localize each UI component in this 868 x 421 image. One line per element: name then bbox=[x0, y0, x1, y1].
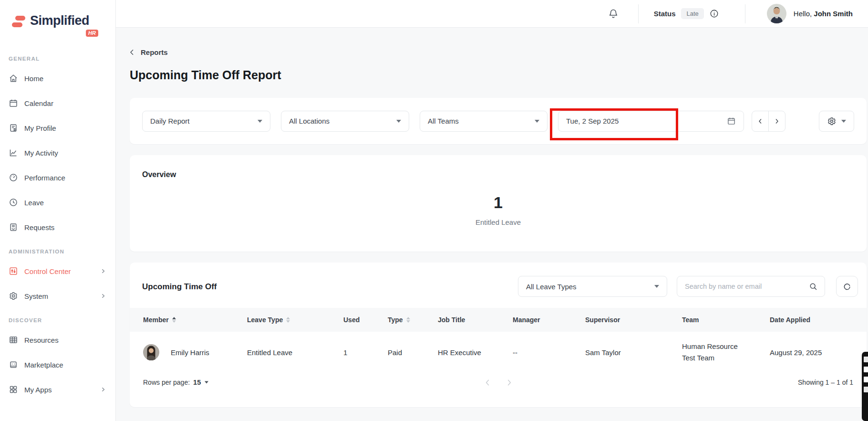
date-applied-cell: August 29, 2025 bbox=[770, 332, 822, 373]
toolbar-icon[interactable] bbox=[864, 357, 868, 362]
apps-grid-icon bbox=[9, 385, 18, 394]
app-root: Simplified HR GENERAL Home Calendar My P… bbox=[0, 0, 868, 421]
info-icon[interactable] bbox=[710, 9, 719, 18]
sidebar-item-label: Marketplace bbox=[24, 361, 63, 369]
gear-icon bbox=[9, 291, 18, 301]
header-divider bbox=[745, 4, 745, 23]
section-label-administration: ADMINISTRATION bbox=[0, 246, 115, 257]
breadcrumb[interactable]: Reports bbox=[128, 48, 168, 56]
leave-type-select[interactable]: All Leave Types bbox=[518, 276, 667, 297]
next-day-button[interactable] bbox=[769, 111, 785, 131]
user-avatar bbox=[767, 4, 786, 23]
toolbar-icon[interactable] bbox=[864, 377, 868, 382]
sidebar-item-calendar[interactable]: Calendar bbox=[0, 91, 115, 116]
status-label: Status bbox=[654, 10, 676, 18]
chevron-right-icon bbox=[99, 292, 107, 300]
chevron-right-icon bbox=[99, 386, 107, 393]
previous-day-button[interactable] bbox=[752, 111, 769, 131]
previous-page-button[interactable] bbox=[483, 378, 492, 387]
gauge-icon bbox=[9, 173, 18, 182]
leave-type-cell: Entitled Leave bbox=[247, 332, 292, 373]
sidebar-item-label: My Apps bbox=[24, 386, 52, 394]
sidebar-item-resources[interactable]: Resources bbox=[0, 327, 115, 352]
sidebar-item-my-profile[interactable]: My Profile bbox=[0, 116, 115, 140]
status-badge: Late bbox=[681, 8, 703, 19]
sidebar-item-my-activity[interactable]: My Activity bbox=[0, 140, 115, 165]
column-header-leave-type[interactable]: Leave Type bbox=[247, 308, 290, 332]
type-cell: Paid bbox=[388, 332, 402, 373]
request-document-icon bbox=[9, 222, 18, 232]
report-type-select[interactable]: Daily Report bbox=[142, 111, 270, 132]
sidebar-item-my-apps[interactable]: My Apps bbox=[0, 377, 115, 402]
notifications-button[interactable] bbox=[608, 8, 619, 20]
sidebar: Simplified HR GENERAL Home Calendar My P… bbox=[0, 0, 116, 421]
user-name: John Smith bbox=[814, 10, 853, 18]
search-field bbox=[677, 276, 825, 297]
chevron-down-icon bbox=[654, 285, 659, 288]
sidebar-item-control-center[interactable]: Control Center bbox=[0, 259, 115, 284]
upcoming-time-off-card: Upcoming Time Off All Leave Types Member… bbox=[130, 263, 867, 407]
toolbar-icon[interactable] bbox=[864, 387, 868, 392]
sidebar-item-requests[interactable]: Requests bbox=[0, 215, 115, 240]
sidebar-item-leave[interactable]: Leave bbox=[0, 190, 115, 215]
profile-document-icon bbox=[9, 123, 18, 133]
greeting-text: Hello, John Smith bbox=[794, 10, 853, 18]
sidebar-item-label: My Profile bbox=[24, 124, 56, 132]
sidebar-item-marketplace[interactable]: Marketplace bbox=[0, 352, 115, 377]
table-grid-icon bbox=[9, 335, 18, 345]
sliders-icon bbox=[9, 266, 18, 276]
sidebar-item-system[interactable]: System bbox=[0, 284, 115, 308]
header-divider bbox=[638, 4, 639, 23]
section-label-general: GENERAL bbox=[0, 53, 115, 64]
brand-logo[interactable]: Simplified HR bbox=[0, 0, 115, 40]
column-header-member[interactable]: Member bbox=[143, 308, 176, 332]
bell-icon bbox=[608, 8, 619, 20]
table-heading: Upcoming Time Off bbox=[142, 282, 217, 292]
sidebar-item-label: My Activity bbox=[24, 149, 58, 157]
chevron-left-icon bbox=[128, 48, 136, 56]
chevron-down-icon bbox=[535, 120, 539, 123]
user-menu[interactable]: Hello, John Smith bbox=[767, 4, 853, 23]
breadcrumb-label: Reports bbox=[141, 48, 168, 56]
chevron-right-icon bbox=[99, 267, 107, 275]
supervisor-cell: Sam Taylor bbox=[585, 332, 621, 373]
column-header-type[interactable]: Type bbox=[388, 308, 410, 332]
team-cell: Human Resource Test Team bbox=[682, 332, 738, 373]
chevron-down-icon bbox=[258, 120, 262, 123]
sidebar-item-home[interactable]: Home bbox=[0, 66, 115, 91]
filter-bar: Daily Report All Locations All Teams Tue… bbox=[130, 98, 867, 144]
sort-icon bbox=[406, 317, 410, 323]
used-cell: 1 bbox=[343, 332, 347, 373]
report-type-value: Daily Report bbox=[150, 117, 190, 125]
gear-icon bbox=[827, 116, 837, 126]
section-label-discover: DISCOVER bbox=[0, 315, 115, 326]
search-icon[interactable] bbox=[809, 282, 818, 291]
date-picker-field[interactable]: Tue, 2 Sep 2025 bbox=[558, 111, 744, 132]
pagination-controls bbox=[143, 378, 853, 387]
table-row[interactable]: Emily Harris Entitled Leave 1 Paid HR Ex… bbox=[130, 332, 867, 373]
calendar-icon bbox=[727, 116, 736, 126]
sidebar-item-performance[interactable]: Performance bbox=[0, 165, 115, 190]
report-settings-button[interactable] bbox=[819, 111, 854, 132]
status-group: Status Late bbox=[654, 8, 719, 19]
floating-toolbar[interactable] bbox=[862, 352, 868, 421]
date-step-buttons bbox=[752, 111, 785, 132]
chevron-down-icon bbox=[396, 120, 401, 123]
column-header-team: Team bbox=[682, 308, 699, 332]
refresh-button[interactable] bbox=[836, 276, 858, 297]
table-footer: Rows per page: 15 Showing 1 – 1 of 1 bbox=[143, 370, 853, 394]
column-header-used: Used bbox=[343, 308, 360, 332]
sidebar-item-label: Requests bbox=[24, 223, 54, 232]
team-select[interactable]: All Teams bbox=[420, 111, 548, 132]
brand-badge: HR bbox=[86, 30, 98, 37]
location-select[interactable]: All Locations bbox=[281, 111, 409, 132]
location-value: All Locations bbox=[289, 117, 330, 125]
toolbar-icon[interactable] bbox=[864, 367, 868, 372]
next-page-button[interactable] bbox=[505, 378, 514, 387]
sort-icon bbox=[172, 317, 176, 323]
team-value: All Teams bbox=[428, 117, 459, 125]
search-input[interactable] bbox=[685, 283, 805, 290]
logo-mark bbox=[15, 16, 25, 21]
brand-name: Simplified bbox=[30, 13, 89, 28]
overview-heading: Overview bbox=[142, 170, 176, 179]
